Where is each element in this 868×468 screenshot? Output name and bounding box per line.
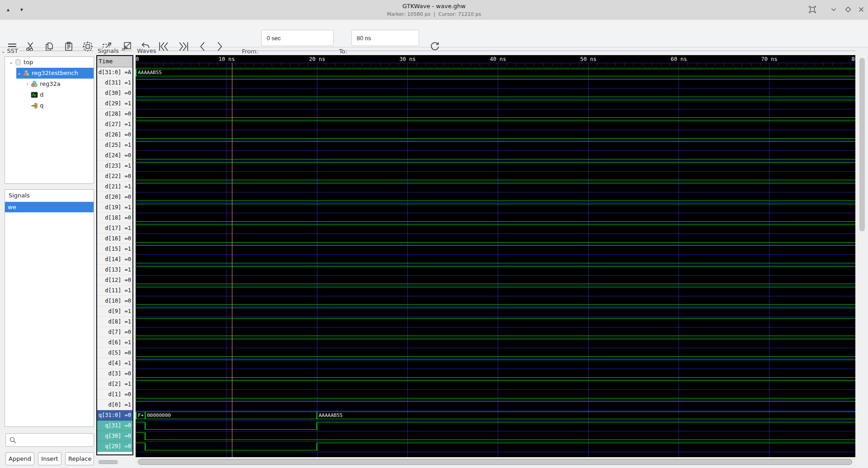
signal-name-row[interactable]: d[13] =1 [97,265,132,275]
close-button[interactable] [854,4,867,15]
signal-name-row[interactable]: d[31:0] =A [97,67,132,78]
zoom-to-end-button[interactable] [175,38,192,55]
facility-list-header: Signals [5,190,94,202]
cut-button[interactable] [22,38,39,55]
signal-name-row[interactable]: d[25] =1 [97,140,132,150]
insert-button[interactable]: Insert [38,452,61,465]
signal-name-row[interactable]: d[31] =1 [97,78,132,88]
zoom-to-start-button[interactable] [156,38,173,55]
signal-name-row[interactable]: d[27] =1 [97,119,132,130]
replace-button[interactable]: Replace [65,452,94,465]
shift-left-button[interactable] [194,38,212,55]
maximize-icon [844,5,852,14]
marker-status: Marker: 10580 ps [387,11,430,17]
maximize-button[interactable] [841,4,854,15]
wave-vscrollbar-thumb[interactable] [859,58,865,231]
signal-name-row[interactable]: d[12] =0 [97,275,132,285]
signal-name-row[interactable]: d[4] =1 [97,358,132,369]
signal-name-row[interactable]: d[17] =1 [97,223,132,234]
expander-icon[interactable]: ⌄ [16,68,23,79]
output-port-icon [31,102,38,109]
append-button[interactable]: Append [5,452,34,465]
expander-icon[interactable]: › [24,79,31,89]
svg-text:ns: ns [680,56,687,62]
signal-name-row[interactable]: d[6] =1 [97,337,132,348]
copy-button[interactable] [41,38,58,55]
zoom-out-button[interactable] [118,38,135,55]
module-icon [31,80,38,88]
signal-name-row[interactable]: q[31:0] =0 [97,410,132,421]
signal-name-row[interactable]: d[28] =0 [97,109,132,119]
signal-name-row[interactable]: d[24] =0 [97,150,132,161]
gtkwave-window: ▲ ▼ GTKWave - wave.ghw Marker: 10580 ps … [0,0,868,468]
keep-above-icon [808,5,816,14]
paste-button[interactable] [60,38,77,55]
svg-text:ns: ns [500,56,506,62]
keep-above-button[interactable] [806,4,818,15]
close-icon [857,5,865,14]
reload-button[interactable] [426,38,443,55]
signal-name-row[interactable]: d[21] =1 [97,182,132,192]
search-icon [9,436,17,444]
signal-name-row[interactable]: d[8] =1 [97,317,132,327]
signal-name-row[interactable]: d[26] =0 [97,130,132,140]
tree-item-top[interactable]: ⌄top [5,57,94,68]
wave-canvas[interactable]: 010ns20ns30ns40ns50ns60ns70ns80nsAAAAAB5… [136,55,855,457]
to-field[interactable] [351,30,419,46]
signal-name-row[interactable]: d[1] =0 [97,389,132,400]
signal-name-row[interactable]: d[18] =0 [97,213,132,223]
signal-name-row[interactable]: d[16] =0 [97,234,132,244]
signal-name-row[interactable]: d[30] =0 [97,88,132,98]
svg-text:80: 80 [852,56,855,62]
window-title: GTKWave - wave.ghw [0,3,868,9]
svg-text:ns: ns [771,56,777,62]
waves-frame-line [136,51,856,51]
signal-name-row[interactable]: q[31] =0 [97,421,132,431]
facility-list: we [5,202,94,212]
wave-hscrollbar-thumb[interactable] [138,459,852,465]
signal-name-row[interactable]: d[2] =1 [97,379,132,389]
from-field[interactable] [261,30,334,46]
signal-name-row[interactable]: d[22] =0 [97,171,132,182]
signal-name-row[interactable]: d[14] =0 [97,254,132,265]
minimize-button[interactable] [827,4,840,15]
signal-name-row[interactable]: d[3] =0 [97,369,132,379]
tree-item-d[interactable]: d [5,89,94,100]
svg-text:10: 10 [219,56,225,62]
expander-icon[interactable]: ⌄ [8,57,14,68]
signal-name-row[interactable]: d[9] =1 [97,306,132,317]
signal-name-row[interactable]: d[29] =1 [97,98,132,109]
wave-vscrollbar[interactable] [858,55,866,466]
shift-right-button[interactable] [211,38,228,55]
svg-text:AAAAAB55: AAAAAB55 [319,412,343,418]
signal-name-row[interactable]: d[15] =1 [97,244,132,254]
signal-wave-icon [31,91,38,98]
facility-item-we[interactable]: we [5,202,94,212]
tree-item-q[interactable]: q [5,100,94,111]
toolbar: From: To: [0,20,868,47]
signal-name-row[interactable]: d[0] =1 [97,400,132,410]
search-input[interactable] [19,434,93,447]
signal-name-row[interactable]: q[29] =0 [97,441,132,452]
signal-search-box [5,433,94,447]
signal-name-row[interactable]: d[19] =1 [97,202,132,213]
signal-name-row[interactable]: d[23] =1 [97,161,132,171]
names-hscrollbar[interactable] [98,460,119,464]
tree-item-reg32a[interactable]: ›reg32a [5,79,94,89]
signal-name-row[interactable]: d[20] =0 [97,192,132,202]
signal-name-row[interactable]: d[5] =0 [97,348,132,358]
tree-item-reg32testbench[interactable]: ⌄reg32testbench [5,68,94,79]
wave-hscrollbar[interactable] [136,458,855,466]
status-separator: | [434,11,435,17]
chevron-down-icon: ⌄ [1,49,5,54]
zoom-fit-button[interactable] [79,38,96,55]
signal-name-row[interactable]: q[30] =0 [97,431,132,441]
minimize-icon [830,5,838,14]
signal-name-row[interactable]: d[10] =0 [97,296,132,306]
svg-text:00000000: 00000000 [147,412,171,418]
svg-text:40: 40 [490,56,496,62]
names-hscrollbar-thumb[interactable] [99,460,118,464]
waves-frame-label: Waves [136,48,157,54]
signal-name-row[interactable]: d[11] =1 [97,285,132,296]
signal-name-row[interactable]: d[7] =0 [97,327,132,337]
